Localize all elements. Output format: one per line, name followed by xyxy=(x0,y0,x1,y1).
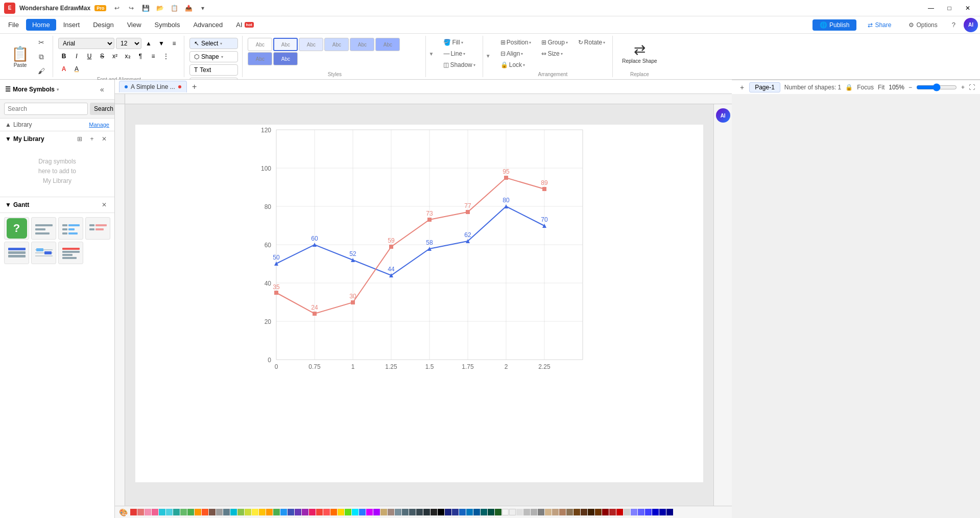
replace-shape-button[interactable]: ⇄ Replace Shape xyxy=(618,36,661,69)
color-grey5[interactable] xyxy=(624,509,630,515)
color-red2[interactable] xyxy=(316,509,323,515)
close-button[interactable]: ✕ xyxy=(960,3,976,14)
canvas-container[interactable]: 0 20 40 60 80 100 120 0 0.75 1 1.25 xyxy=(125,104,713,506)
color-tan3[interactable] xyxy=(552,509,559,515)
color-red-accent[interactable] xyxy=(323,509,330,515)
color-deep-orange[interactable] xyxy=(202,509,208,515)
menu-home[interactable]: Home xyxy=(26,19,56,31)
my-library-toggle[interactable]: ▼ My Library xyxy=(5,135,44,143)
list-ordered-button[interactable]: ≡ xyxy=(148,51,159,62)
more-titlebar-button[interactable]: ▾ xyxy=(196,3,209,14)
color-navy2[interactable] xyxy=(452,509,459,515)
gantt-item-5[interactable] xyxy=(31,242,56,264)
active-tab[interactable]: A Simple Line ... xyxy=(119,81,187,92)
color-brown2[interactable] xyxy=(573,509,580,515)
gantt-item-4[interactable] xyxy=(4,242,29,264)
group-button[interactable]: ⊞ Group ▾ xyxy=(538,38,570,47)
fill-button[interactable]: 🪣 Fill ▾ xyxy=(440,38,478,47)
style-sample-4[interactable]: Abc xyxy=(324,38,349,51)
line-button[interactable]: — Line ▾ xyxy=(440,49,478,58)
style-sample-3[interactable]: Abc xyxy=(299,38,323,51)
color-pink3[interactable] xyxy=(309,509,316,515)
menu-symbols[interactable]: Symbols xyxy=(149,19,186,31)
color-indigo[interactable] xyxy=(288,509,294,515)
color-pink[interactable] xyxy=(145,509,151,515)
add-page-button[interactable]: + xyxy=(737,82,747,92)
lock-button[interactable]: 🔒 Lock ▾ xyxy=(497,60,535,69)
menu-ai[interactable]: AI hot xyxy=(230,19,260,31)
gantt-toggle[interactable]: ▼ Gantt xyxy=(5,201,29,208)
subscript-button[interactable]: x₂ xyxy=(122,51,133,62)
style-sample-8[interactable]: Abc xyxy=(273,52,298,65)
size-button[interactable]: ⇔ Size ▾ xyxy=(538,49,570,58)
color-brown5[interactable] xyxy=(595,509,602,515)
color-teal-light[interactable] xyxy=(166,509,173,515)
color-blue4[interactable] xyxy=(652,509,659,515)
color-tan2[interactable] xyxy=(545,509,552,515)
gantt-close-button[interactable]: ✕ xyxy=(99,200,109,210)
cut-button[interactable]: ✂ xyxy=(34,36,49,49)
color-green-dark[interactable] xyxy=(495,509,501,515)
zoom-out-button[interactable]: − xyxy=(909,84,912,91)
minimize-button[interactable]: — xyxy=(923,3,939,14)
options-button[interactable]: ⚙ Options xyxy=(902,19,943,31)
publish-button[interactable]: 🌐 Publish xyxy=(812,19,856,31)
ai-avatar[interactable]: AI xyxy=(964,18,978,32)
align-button[interactable]: ⊟ Align ▾ xyxy=(497,49,535,58)
color-grey4[interactable] xyxy=(531,509,537,515)
color-deep-purple-accent[interactable] xyxy=(373,509,380,515)
underline-button[interactable]: U xyxy=(84,51,95,62)
color-tan5[interactable] xyxy=(566,509,573,515)
color-brown4[interactable] xyxy=(588,509,594,515)
share-button[interactable]: ⇄ Share xyxy=(861,19,898,31)
color-red3[interactable] xyxy=(616,509,623,515)
color-deep-purple[interactable] xyxy=(295,509,301,515)
search-input[interactable] xyxy=(4,103,88,115)
redo-button[interactable]: ↪ xyxy=(125,3,138,14)
color-blue6[interactable] xyxy=(666,509,673,515)
color-white[interactable] xyxy=(502,509,509,515)
color-blue-grey2[interactable] xyxy=(395,509,401,515)
color-yellow-accent[interactable] xyxy=(338,509,344,515)
paragraph-button[interactable]: ¶ xyxy=(135,51,146,62)
color-grey2[interactable] xyxy=(516,509,523,515)
color-purple[interactable] xyxy=(302,509,308,515)
color-amber[interactable] xyxy=(259,509,266,515)
maximize-button[interactable]: □ xyxy=(941,3,958,14)
color-darkest[interactable] xyxy=(423,509,430,515)
list-unordered-button[interactable]: ⋮ xyxy=(160,51,172,62)
color-black[interactable] xyxy=(438,509,444,515)
italic-button[interactable]: I xyxy=(71,51,82,62)
style-sample-5[interactable]: Abc xyxy=(350,38,374,51)
color-blue2[interactable] xyxy=(638,509,644,515)
zoom-in-button[interactable]: + xyxy=(961,84,965,91)
shape-button[interactable]: ⬡ Shape ▾ xyxy=(189,51,238,62)
gantt-item-question[interactable]: ? xyxy=(4,217,29,240)
color-tan4[interactable] xyxy=(559,509,566,515)
color-blue-grey4[interactable] xyxy=(409,509,416,515)
bold-button[interactable]: B xyxy=(58,51,69,62)
open-button[interactable]: 📂 xyxy=(153,3,166,14)
menu-design[interactable]: Design xyxy=(87,19,119,31)
style-sample-1[interactable]: Abc xyxy=(248,38,272,51)
color-green2[interactable] xyxy=(273,509,280,515)
close-library-button[interactable]: ✕ xyxy=(99,134,109,144)
decrease-font-button[interactable]: ▼ xyxy=(156,38,167,49)
color-blue5[interactable] xyxy=(659,509,666,515)
color-teal-dark[interactable] xyxy=(481,509,487,515)
library-label[interactable]: ▲ Library xyxy=(5,121,32,128)
color-medium-grey[interactable] xyxy=(538,509,544,515)
position-button[interactable]: ⊞ Position ▾ xyxy=(497,38,535,47)
color-orange[interactable] xyxy=(195,509,201,515)
format-painter-button[interactable]: 🖌 xyxy=(34,64,49,78)
fullscreen-button[interactable]: ⛶ xyxy=(969,84,975,91)
color-dark-red[interactable] xyxy=(602,509,609,515)
color-blue-dark[interactable] xyxy=(459,509,466,515)
copy-button[interactable]: ⧉ xyxy=(34,50,49,63)
color-brown3[interactable] xyxy=(581,509,587,515)
font-size-select[interactable]: 12 xyxy=(116,38,141,49)
superscript-button[interactable]: x² xyxy=(109,51,121,62)
color-light-grey[interactable] xyxy=(509,509,516,515)
add-to-library-button[interactable]: + xyxy=(87,134,97,144)
color-red-dark[interactable] xyxy=(130,509,137,515)
